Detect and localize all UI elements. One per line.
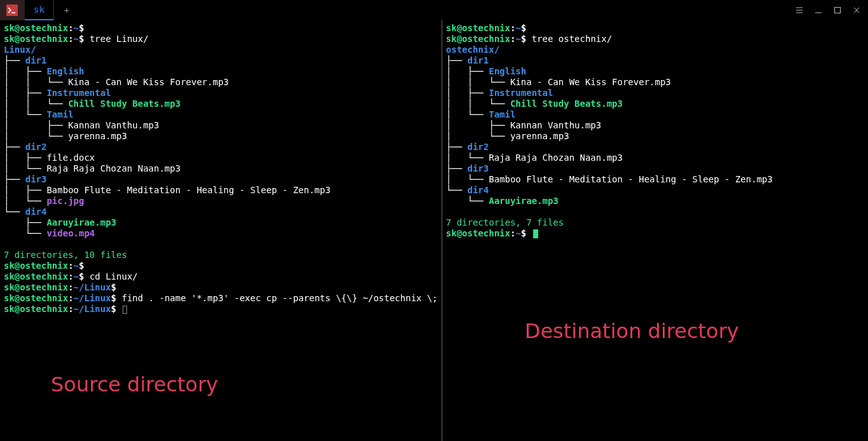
left-terminal-output: sk@ostechnix:~$ sk@ostechnix:~$ tree Lin… xyxy=(4,23,438,315)
titlebar: sk + xyxy=(0,0,868,20)
source-label: Source directory xyxy=(51,372,218,397)
svg-rect-0 xyxy=(6,4,18,16)
hamburger-menu-icon[interactable] xyxy=(796,6,803,14)
cursor xyxy=(533,229,538,238)
minimize-icon[interactable] xyxy=(815,6,822,14)
right-terminal[interactable]: sk@ostechnix:~$ sk@ostechnix:~$ tree ost… xyxy=(442,20,868,441)
right-terminal-output: sk@ostechnix:~$ sk@ostechnix:~$ tree ost… xyxy=(446,23,864,239)
split-terminals: sk@ostechnix:~$ sk@ostechnix:~$ tree Lin… xyxy=(0,20,868,441)
plus-icon: + xyxy=(64,5,69,15)
new-tab-button[interactable]: + xyxy=(54,0,79,20)
tab-label: sk xyxy=(34,4,44,15)
svg-rect-6 xyxy=(835,8,841,13)
tab-sk[interactable]: sk xyxy=(25,0,54,20)
left-terminal[interactable]: sk@ostechnix:~$ sk@ostechnix:~$ tree Lin… xyxy=(0,20,442,441)
app-menu-tab[interactable] xyxy=(0,0,25,20)
tab-strip: sk + xyxy=(0,0,79,20)
maximize-icon[interactable] xyxy=(834,6,841,14)
window-controls xyxy=(796,0,868,20)
cursor xyxy=(123,306,127,314)
close-icon[interactable] xyxy=(853,6,860,14)
destination-label: Destination directory xyxy=(525,319,739,343)
terminal-icon xyxy=(6,4,18,16)
